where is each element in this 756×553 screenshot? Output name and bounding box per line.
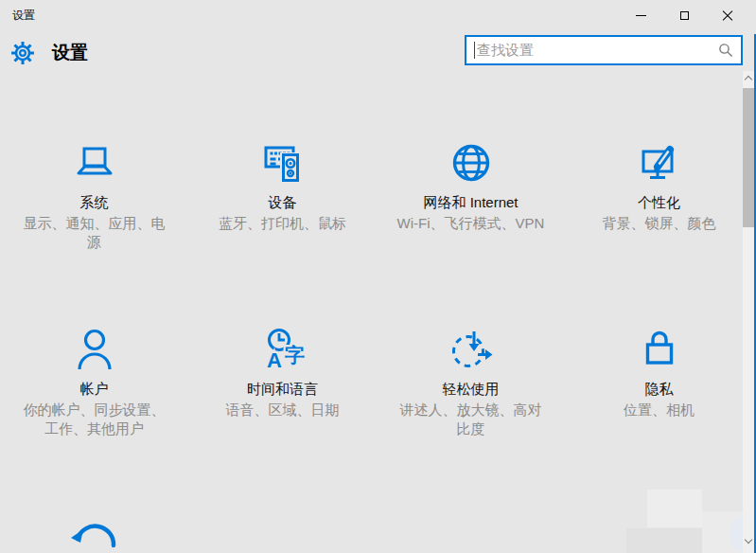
minimize-button[interactable] [619,0,662,30]
ease-of-access-icon [377,327,565,372]
tile-update-security[interactable] [0,485,188,553]
close-button[interactable] [706,0,749,30]
watermark-artifact [647,490,702,527]
window-title: 设置 [12,8,35,24]
tile-network[interactable]: 网络和 Internet Wi-Fi、飞行模式、VPN [377,112,565,298]
tile-ease-of-access[interactable]: 轻松使用 讲述人、放大镜、高对比度 [377,298,565,485]
tile-subtitle: 语音、区域、日期 [208,401,358,419]
tile-title: 系统 [0,194,188,212]
search-icon[interactable] [718,43,733,58]
clock-language-icon: 字 A [188,327,377,372]
tile-title: 隐私 [565,381,753,399]
tile-subtitle: 讲述人、放大镜、高对比度 [396,401,546,438]
tile-title: 轻松使用 [377,381,565,399]
page-title: 设置 [52,41,88,65]
tile-time-language[interactable]: 字 A 时间和语言 语音、区域、日期 [188,298,377,485]
tile-subtitle: 蓝牙、打印机、鼠标 [208,214,358,233]
scrollbar-thumb[interactable] [743,88,754,227]
titlebar[interactable]: 设置 [0,0,756,30]
personalization-icon [565,140,753,186]
lock-icon [565,327,753,372]
minimize-icon [636,15,646,16]
search-input[interactable]: 查找设置 [465,35,743,65]
tile-subtitle: 位置、相机 [585,401,734,419]
tile-title: 网络和 Internet [377,194,565,212]
tile-privacy[interactable]: 隐私 位置、相机 [565,298,753,485]
watermark-artifact [626,528,702,553]
settings-grid: 系统 显示、通知、应用、电源 设备 蓝牙、 [0,112,754,553]
gear-icon [10,41,35,65]
window-controls [619,0,749,30]
globe-icon [377,140,565,186]
devices-icon [188,140,377,186]
svg-text:字: 字 [285,344,305,366]
settings-window: { "window": { "title": "设置", "controls":… [0,0,756,553]
tile-title: 设备 [188,194,377,212]
scroll-down-icon[interactable] [745,536,752,544]
svg-text:A: A [267,348,282,372]
tile-system[interactable]: 系统 显示、通知、应用、电源 [0,112,188,298]
tile-title: 时间和语言 [188,381,377,399]
person-icon [0,327,188,372]
scrollbar[interactable] [743,71,754,553]
tile-subtitle: 你的帐户、同步设置、工作、其他用户 [20,401,169,438]
maximize-icon [680,11,689,20]
tile-subtitle: Wi-Fi、飞行模式、VPN [388,214,554,233]
sync-arrow-icon [0,513,188,553]
tile-accounts[interactable]: 帐户 你的帐户、同步设置、工作、其他用户 [0,298,188,485]
tile-personalization[interactable]: 个性化 背景、锁屏、颜色 [565,112,753,298]
laptop-icon [0,140,188,186]
tile-subtitle: 背景、锁屏、颜色 [585,214,734,233]
scroll-up-icon[interactable] [745,76,752,83]
tile-devices[interactable]: 设备 蓝牙、打印机、鼠标 [188,112,377,298]
tile-subtitle: 显示、通知、应用、电源 [20,214,169,252]
text-caret [474,42,475,59]
close-icon [722,9,733,21]
tile-title: 帐户 [0,381,188,399]
search-placeholder: 查找设置 [477,42,718,60]
maximize-button[interactable] [662,0,706,30]
tile-title: 个性化 [565,194,753,212]
